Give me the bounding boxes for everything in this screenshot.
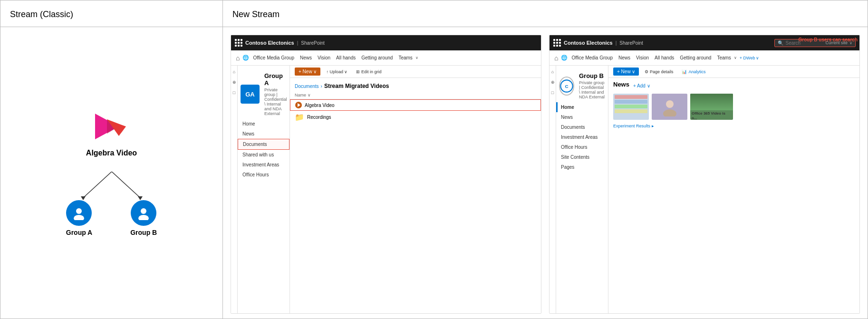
sp-b-home-icon[interactable]: ⌂ [552, 52, 560, 64]
sp-b-toolbar: + New ∨ ⚙ Page details 📊 Analytics [608, 66, 859, 78]
sp-a-group-avatar: GA [241, 85, 260, 104]
waffle-icon-a[interactable] [235, 39, 242, 47]
sp-a-breadcrumb-migrated: Stream Migrated Videos [324, 83, 389, 89]
sp-a-group-header: GA Group A Private group | Confidential … [238, 69, 289, 119]
tree-diagram: Group A Group B [10, 172, 213, 236]
sp-a-rail-doc[interactable]: □ [233, 90, 235, 95]
tree-bottom: Group A Group B [66, 200, 157, 236]
svg-line-4 [112, 172, 140, 198]
sp-b-sidebar-documents[interactable]: Documents [556, 122, 608, 132]
group-a-label: Group A [66, 229, 92, 236]
sp-b-analytics-button[interactable]: 📊 Analytics [679, 68, 708, 76]
sp-a-body: ⌂ ⊕ □ GA Group A Private group | Confide… [231, 66, 541, 313]
sp-a-navbar: ⌂ 🌐 Office Media Group News Vision All h… [231, 50, 541, 66]
sp-a-sidebar-news[interactable]: News [238, 129, 289, 139]
sp-b-office365-title: Office 365 Video is n... [692, 111, 732, 120]
sp-a-new-button[interactable]: + New ∨ [295, 68, 320, 76]
sp-a-nav-news[interactable]: News [297, 55, 315, 60]
sp-b-news-card-2[interactable] [652, 94, 687, 120]
sp-b-nav-vision[interactable]: Vision [633, 55, 652, 60]
svg-line-3 [83, 172, 112, 198]
sp-a-rail-globe[interactable]: ⊕ [232, 80, 236, 85]
sp-b-rail-home[interactable]: ⌂ [551, 69, 554, 74]
sp-b-main: + New ∨ ⚙ Page details 📊 Analytics News [608, 66, 859, 313]
sp-a-doc-recordings[interactable]: 📁 Recordings [290, 111, 541, 124]
sp-a-left-rail: ⌂ ⊕ □ [231, 66, 238, 313]
sp-a-rail-home[interactable]: ⌂ [233, 69, 235, 74]
sp-b-new-button[interactable]: + New ∨ [613, 68, 639, 76]
sp-b-news-card-3[interactable]: Office 365 Video is n... experiences liv… [690, 94, 733, 120]
sp-a-recordings-label: Recordings [307, 115, 331, 120]
sp-b-sidebar-office-hours[interactable]: Office Hours [556, 142, 608, 152]
sp-a-breadcrumb-docs[interactable]: Documents [295, 84, 319, 89]
sp-a-nav-media-group[interactable]: Office Media Group [250, 55, 297, 60]
sp-b-nav-teams[interactable]: Teams [714, 55, 733, 60]
sp-a-play-icon [295, 102, 302, 108]
sp-b-nav-items: Office Media Group News Vision All hands… [569, 55, 736, 60]
sp-a-sidebar-home[interactable]: Home [238, 119, 289, 129]
sp-a-upload-button[interactable]: ↑ Upload ∨ [323, 68, 350, 76]
sp-b-sidebar-home[interactable]: Home [556, 102, 608, 112]
group-b-label: Group B [130, 229, 157, 236]
sp-b-group-avatar: C [559, 77, 574, 96]
sp-b-group-info: Group B Private group | Confidential \ I… [579, 72, 605, 99]
sp-a-folder-icon: 📁 [295, 113, 304, 122]
sp-a-nav-getting-around[interactable]: Getting around [358, 55, 395, 60]
sp-b-left-rail: ⌂ ⊕ □ [550, 66, 556, 313]
sp-a-doc-algebra-video[interactable]: Algebra Video [290, 99, 541, 111]
sp-b-sharepoint: SharePoint [619, 40, 643, 46]
sp-b-sidebar-site-contents[interactable]: Site Contents [556, 152, 608, 162]
sp-a-nav-teams[interactable]: Teams [395, 55, 415, 60]
sp-a-edit-button[interactable]: ⊞ Edit in grid [353, 68, 384, 76]
sp-b-nav-allhands[interactable]: All hands [652, 55, 677, 60]
sp-b-nav-media-group[interactable]: Office Media Group [569, 55, 616, 60]
sp-a-nav-vision[interactable]: Vision [315, 55, 333, 60]
sp-b-sidebar-investment[interactable]: Investment Areas [556, 132, 608, 142]
sp-a-sidebar-documents[interactable]: Documents [238, 139, 289, 150]
sp-b-page-details-button[interactable]: ⚙ Page details [642, 68, 676, 76]
sp-a-globe-icon[interactable]: 🌐 [242, 55, 249, 61]
svg-point-13 [666, 100, 674, 108]
svg-point-7 [76, 208, 82, 214]
right-content: Contoso Electonics | SharePoint ⌂ 🌐 Offi… [223, 27, 868, 319]
svg-point-9 [141, 208, 146, 214]
sp-b-news-card-1[interactable] [613, 94, 649, 120]
sp-a-nav-items: Office Media Group News Vision All hands… [250, 55, 418, 60]
sp-a-group-info: Group A Private group | Confidential \ I… [264, 72, 287, 116]
sp-b-sidebar-pages[interactable]: Pages [556, 162, 608, 172]
sp-b-nav-getting-around[interactable]: Getting around [677, 55, 714, 60]
sharepoint-panel-b: Group B users can search Contoso Electon… [549, 35, 860, 314]
sp-b-analytics-label: Analytics [688, 69, 705, 74]
sp-b-rail-doc[interactable]: □ [551, 90, 554, 95]
tree-lines [59, 172, 164, 200]
sp-a-sharepoint: SharePoint [301, 40, 324, 46]
stream-icon [93, 110, 131, 143]
sp-a-sidebar-shared[interactable]: Shared with us [238, 150, 289, 160]
sharepoint-panel-a: Contoso Electonics | SharePoint ⌂ 🌐 Offi… [231, 35, 541, 314]
sp-b-globe-icon[interactable]: 🌐 [561, 55, 568, 61]
sp-a-breadcrumb: Documents › Stream Migrated Videos [290, 81, 541, 91]
sp-a-nav-allhands[interactable]: All hands [333, 55, 358, 60]
right-panel-header: New Stream [223, 0, 868, 27]
sp-a-sidebar-office-hours[interactable]: Office Hours [238, 170, 289, 180]
sp-b-news-add-button[interactable]: + Add ∨ [633, 83, 650, 88]
sp-a-sidebar: GA Group A Private group | Confidential … [238, 66, 290, 313]
svg-text:C: C [565, 83, 568, 88]
group-b-avatar [131, 200, 156, 226]
group-a-node: Group A [66, 200, 92, 236]
sp-a-topbar: Contoso Electonics | SharePoint [231, 35, 541, 50]
sp-b-nav-news[interactable]: News [616, 55, 633, 60]
sp-b-group-name: Group B [579, 72, 605, 79]
experiment-label: Experiment Results ▸ [613, 124, 654, 128]
sp-b-experiment-link[interactable]: Experiment Results ▸ [613, 124, 855, 128]
sp-b-sidebar-news[interactable]: News [556, 112, 608, 122]
sp-a-home-icon[interactable]: ⌂ [234, 52, 241, 64]
left-panel-header: Stream (Classic) [0, 0, 222, 27]
sp-b-dweb[interactable]: + DWeb ∨ [740, 56, 760, 60]
sp-a-sidebar-investment[interactable]: Investment Areas [238, 160, 289, 170]
sp-b-rail-globe[interactable]: ⊕ [551, 80, 555, 85]
sp-a-group-subtitle: Private group | Confidential \ Internal … [264, 87, 287, 116]
waffle-icon-b[interactable] [553, 39, 561, 47]
sp-b-group-header: C Group B Private group | Confidential \… [556, 69, 608, 102]
sp-b-news-area: News + Add ∨ [608, 78, 859, 131]
